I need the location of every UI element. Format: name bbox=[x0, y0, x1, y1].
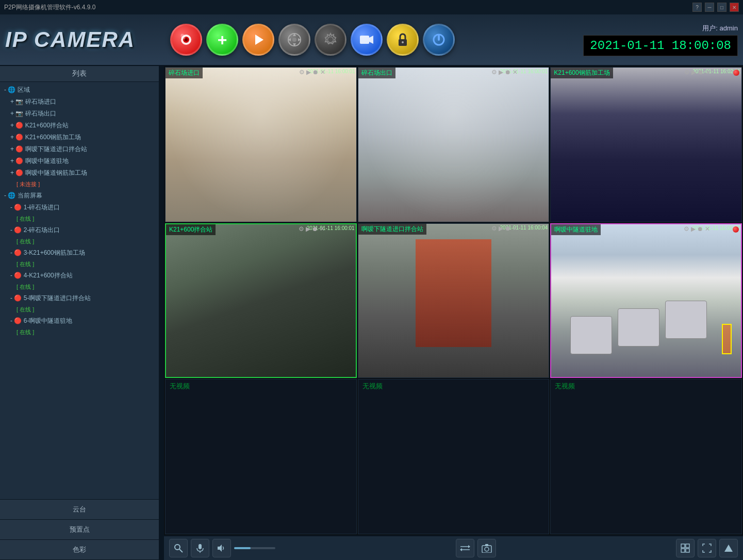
tree-item[interactable]: [ 在线 ] bbox=[0, 213, 159, 224]
sidebar-resizer[interactable] bbox=[160, 66, 164, 560]
app-title: P2P网络摄像机管理软件-v6.4.9.0 bbox=[4, 3, 95, 12]
fullscreen-button[interactable] bbox=[698, 539, 716, 557]
lock-button[interactable] bbox=[387, 24, 419, 56]
minimize-button[interactable]: ─ bbox=[705, 3, 714, 12]
grid-layout-button[interactable] bbox=[676, 539, 695, 557]
datetime-display: 2021-01-11 18:00:08 bbox=[583, 35, 738, 56]
tree-item[interactable]: - 🔴 5-啊嗳下隧道进口拌合站 bbox=[0, 292, 159, 304]
video-cell[interactable]: 无视频 bbox=[358, 379, 550, 534]
camera-icon bbox=[178, 31, 194, 48]
video-control-icon[interactable]: ⏺ bbox=[505, 69, 511, 76]
video-cell[interactable]: K21+600钢筋加工场2021-01-11 16:02:01⚙▶⏺✕ bbox=[550, 67, 742, 222]
tree-item[interactable]: - 🔴 4-K21+600拌合站 bbox=[0, 270, 159, 282]
tree-item[interactable]: [ 在线 ] bbox=[0, 282, 159, 292]
video-control-icon[interactable]: ⚙ bbox=[491, 69, 497, 76]
video-control-icon[interactable]: ▶ bbox=[691, 225, 696, 233]
tree-item[interactable]: + 📷 碎石场进口 bbox=[0, 96, 159, 108]
tree-item[interactable]: + 🔴 啊嗳中隧道驻地 bbox=[0, 155, 159, 167]
video-control-icon[interactable]: ✕ bbox=[705, 225, 710, 233]
tree-item[interactable]: + 🔴 K21+600钢筋加工场 bbox=[0, 131, 159, 143]
add-button[interactable]: + bbox=[206, 24, 238, 56]
video-control-icon[interactable]: ⚙ bbox=[299, 69, 305, 76]
tree-item[interactable]: + 🔴 啊嗳中隧道钢筋加工场 bbox=[0, 167, 159, 179]
video-control-icon[interactable]: ✕ bbox=[513, 225, 518, 232]
volume-button[interactable] bbox=[212, 539, 231, 557]
tree-item[interactable]: [ 在线 ] bbox=[0, 259, 159, 270]
camera-button[interactable] bbox=[170, 24, 202, 56]
tree-item[interactable]: [ 在线 ] bbox=[0, 236, 159, 247]
video-control-icon[interactable]: ▶ bbox=[691, 69, 696, 76]
no-signal-label: 无视频 bbox=[551, 380, 741, 534]
power-button[interactable] bbox=[423, 24, 455, 56]
tree-item[interactable]: - 🔴 2-碎石场出口 bbox=[0, 224, 159, 236]
video-control-icon[interactable]: ✕ bbox=[513, 69, 518, 76]
video-cell[interactable]: 无视频 bbox=[550, 379, 742, 534]
main-area: 列表 - 🌐 区域+ 📷 碎石场进口+ 📷 碎石场出口+ 🔴 K21+600拌合… bbox=[0, 66, 743, 560]
camera-tree[interactable]: - 🌐 区域+ 📷 碎石场进口+ 📷 碎石场出口+ 🔴 K21+600拌合站+ … bbox=[0, 82, 159, 499]
video-control-icon[interactable]: ▶ bbox=[499, 69, 503, 76]
svg-marker-23 bbox=[218, 545, 222, 552]
video-control-icon[interactable]: ✕ bbox=[320, 69, 325, 76]
video-control-icon[interactable]: ⚙ bbox=[491, 225, 497, 232]
video-title: 啊嗳下隧道进口拌合站 bbox=[358, 224, 426, 235]
search-button[interactable] bbox=[169, 539, 188, 557]
volume-slider[interactable] bbox=[234, 547, 275, 549]
tree-item[interactable]: + 📷 碎石场出口 bbox=[0, 108, 159, 120]
play-button[interactable] bbox=[242, 24, 274, 56]
record-button[interactable] bbox=[351, 24, 383, 56]
transfer-button[interactable] bbox=[456, 539, 474, 557]
video-cell[interactable]: 碎石场出口2021-01-11 16:00:01⚙▶⏺✕ bbox=[358, 67, 550, 222]
video-control-icon[interactable]: ⏺ bbox=[312, 225, 318, 233]
video-cell[interactable]: K21+600拌合站2021-01-11 16:00:01⚙▶⏺✕ bbox=[165, 223, 357, 378]
transfer-icon bbox=[460, 544, 470, 552]
video-cell[interactable]: 无视频 bbox=[165, 379, 357, 534]
title-bar: P2P网络摄像机管理软件-v6.4.9.0 ? ─ □ ✕ bbox=[0, 0, 743, 14]
video-controls-overlay: ⚙▶⏺✕ bbox=[491, 225, 518, 232]
window-controls[interactable]: ? ─ □ ✕ bbox=[692, 3, 739, 12]
video-control-icon[interactable]: ✕ bbox=[705, 69, 711, 76]
tree-item[interactable]: - 🔴 3-K21+600钢筋加工场 bbox=[0, 247, 159, 259]
car-shape bbox=[665, 301, 707, 339]
svg-point-16 bbox=[402, 41, 404, 43]
video-control-icon[interactable]: ✕ bbox=[320, 225, 325, 233]
tree-item[interactable]: - 🌐 区域 bbox=[0, 84, 159, 96]
ptz-button[interactable] bbox=[278, 24, 310, 56]
microphone-button[interactable] bbox=[191, 539, 209, 557]
video-control-icon[interactable]: ⚙ bbox=[299, 225, 304, 233]
video-control-icon[interactable]: ▶ bbox=[306, 225, 310, 233]
tree-item[interactable]: + 🔴 K21+600拌合站 bbox=[0, 120, 159, 131]
video-control-icon[interactable]: ⏺ bbox=[312, 69, 319, 76]
person-detection bbox=[722, 324, 731, 354]
sidebar-bottom-button[interactable]: 色彩 bbox=[0, 540, 159, 560]
maximize-button[interactable]: □ bbox=[717, 3, 727, 12]
video-cell[interactable]: 啊嗳下隧道进口拌合站2021-01-11 16:00:04⚙▶⏺✕ bbox=[358, 223, 550, 378]
tree-item[interactable]: - 🔴 6-啊嗳中隧道驻地 bbox=[0, 315, 159, 327]
search-icon bbox=[174, 543, 183, 553]
video-control-icon[interactable]: ⏺ bbox=[505, 225, 511, 232]
close-button[interactable]: ✕ bbox=[730, 3, 739, 12]
sidebar-bottom-button[interactable]: 云台 bbox=[0, 500, 159, 520]
tree-item[interactable]: [ 在线 ] bbox=[0, 304, 159, 315]
svg-rect-13 bbox=[360, 36, 369, 44]
help-button[interactable]: ? bbox=[692, 3, 702, 12]
svg-line-20 bbox=[179, 549, 183, 552]
video-control-icon[interactable]: ⚙ bbox=[684, 225, 689, 233]
video-control-icon[interactable]: ⚙ bbox=[684, 69, 690, 76]
tree-item[interactable]: [ 在线 ] bbox=[0, 327, 159, 338]
tree-item[interactable]: - 🌐 当前屏幕 bbox=[0, 190, 159, 202]
video-cell[interactable]: 啊嗳中隧道驻地2021-01-11 16:05:07⚙▶⏺✕ bbox=[550, 223, 742, 378]
sidebar-bottom-button[interactable]: 预置点 bbox=[0, 520, 159, 540]
tree-item[interactable]: - 🔴 1-碎石场进口 bbox=[0, 202, 159, 213]
video-cell[interactable]: 碎石场进口2021-01-11 16:00:01⚙▶⏺✕ bbox=[165, 67, 357, 222]
video-control-icon[interactable]: ▶ bbox=[499, 225, 503, 232]
up-button[interactable] bbox=[719, 539, 738, 557]
svg-marker-35 bbox=[724, 545, 733, 552]
tree-item[interactable]: + 🔴 啊嗳下隧道进口拌合站 bbox=[0, 143, 159, 155]
snapshot-button[interactable] bbox=[477, 539, 496, 557]
video-control-icon[interactable]: ▶ bbox=[306, 69, 311, 76]
play-icon bbox=[251, 32, 266, 47]
tree-item[interactable]: [ 未连接 ] bbox=[0, 179, 159, 190]
video-control-icon[interactable]: ⏺ bbox=[697, 225, 703, 233]
video-control-icon[interactable]: ⏺ bbox=[698, 69, 704, 76]
settings-button[interactable] bbox=[315, 24, 346, 56]
